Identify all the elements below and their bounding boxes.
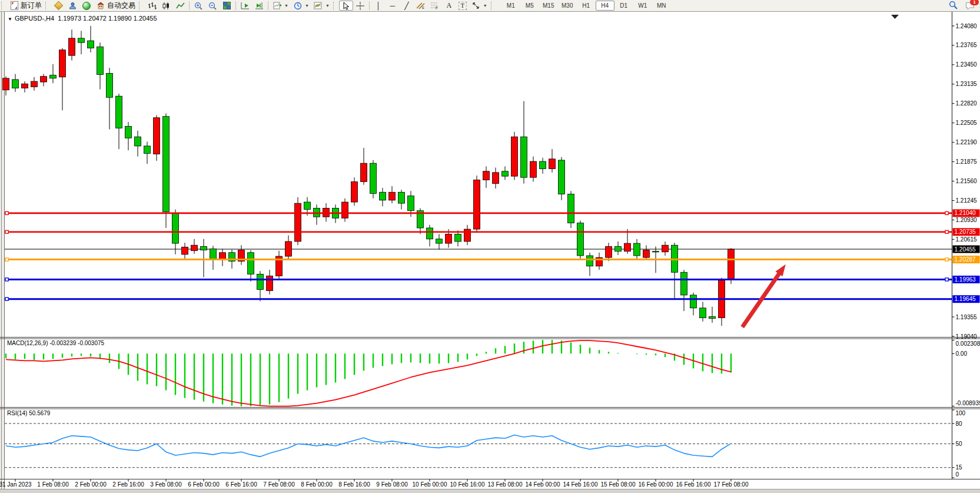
time-tick-label: 15 Feb 08:00 xyxy=(601,481,636,488)
bar-chart-button[interactable] xyxy=(145,1,159,11)
chart-shift-button[interactable] xyxy=(252,1,266,11)
price-tick: 1.23450 xyxy=(956,61,978,68)
time-tick-label: 17 Feb 08:00 xyxy=(714,481,749,488)
cursor-icon xyxy=(341,1,351,10)
chevron-down-icon: ▼ xyxy=(483,4,487,8)
macd-tick: 0.002308 xyxy=(956,340,980,347)
timeframe-M5[interactable]: M5 xyxy=(520,1,539,11)
text-icon: A xyxy=(444,1,454,10)
auto-scroll-button[interactable] xyxy=(238,1,252,11)
toolbar-grip[interactable] xyxy=(1,2,5,10)
search-icon[interactable] xyxy=(949,1,958,11)
macd-histogram xyxy=(6,340,731,406)
price-tick: 1.21245 xyxy=(956,197,978,204)
toolbar-grip[interactable] xyxy=(491,2,495,10)
crosshair-button[interactable] xyxy=(353,1,367,11)
vertical-line-button[interactable]: │ xyxy=(371,1,386,11)
notifications-button[interactable]: 1 xyxy=(965,2,975,10)
timeframe-W1[interactable]: W1 xyxy=(633,1,652,11)
bar-chart-icon xyxy=(147,1,157,10)
chevron-down-icon: ▼ xyxy=(305,4,309,8)
auto-scroll-icon xyxy=(240,1,250,10)
chart-ohlc: 1.19973 1.20472 1.19890 1.20455 xyxy=(58,15,157,22)
zoom-in-icon xyxy=(194,1,203,10)
zoom-out-button[interactable] xyxy=(205,1,220,11)
price-tick: 1.20930 xyxy=(956,217,978,223)
rsi-tick: 50 xyxy=(956,441,963,447)
time-tick-label: 8 Feb 16:00 xyxy=(338,481,370,488)
toolbar: 新订单 自动交易 xyxy=(0,0,980,12)
line-chart-button[interactable] xyxy=(173,1,187,11)
clock-icon xyxy=(293,1,303,10)
chart-shift-marker[interactable] xyxy=(891,15,899,19)
price-tick: 1.19355 xyxy=(956,314,978,320)
timeframe-H1[interactable]: H1 xyxy=(577,1,596,11)
community-button[interactable] xyxy=(65,1,79,11)
timeframe-M15[interactable]: M15 xyxy=(539,1,558,11)
text-label-button[interactable]: T xyxy=(456,1,469,11)
price-tick: 1.22820 xyxy=(956,100,978,107)
arrows-button[interactable]: ▼ xyxy=(469,1,490,11)
metaeditor-button[interactable] xyxy=(51,1,65,11)
toolbar-grip[interactable] xyxy=(139,2,143,10)
time-tick-label: 10 Feb 00:00 xyxy=(413,481,447,488)
templates-button[interactable]: ▼ xyxy=(311,1,332,11)
time-tick-label: 14 Feb 16:00 xyxy=(563,481,598,488)
rsi-indicator-label: RSI(14) 50.5679 xyxy=(7,410,50,416)
fibonacci-icon: F xyxy=(430,1,440,10)
trendline-button[interactable]: ╱ xyxy=(400,1,414,11)
new-order-button[interactable]: 新订单 xyxy=(7,1,44,11)
time-tick-label: 10 Feb 16:00 xyxy=(450,481,485,488)
time-tick-label: 16 Feb 16:00 xyxy=(676,481,711,488)
svg-text:1.20735: 1.20735 xyxy=(955,229,976,235)
trendline-icon: ╱ xyxy=(402,1,411,10)
new-chart-button[interactable]: ▼ xyxy=(270,1,291,11)
person-icon xyxy=(68,1,77,10)
autotrading-button[interactable]: 自动交易 xyxy=(94,1,138,11)
horizontal-line-button[interactable]: ─ xyxy=(386,1,400,11)
signals-button[interactable] xyxy=(79,1,94,11)
svg-text:1.20455: 1.20455 xyxy=(955,246,976,253)
toolbar-right: 1 xyxy=(949,1,975,11)
chart-title: ▼GBPUSD-,H4 1.19973 1.20472 1.19890 1.20… xyxy=(8,15,157,22)
timeframe-M1[interactable]: M1 xyxy=(501,1,520,11)
arrows-icon xyxy=(471,1,481,10)
crosshair-icon xyxy=(356,1,365,10)
svg-text:1.19963: 1.19963 xyxy=(955,276,976,283)
cursor-button[interactable] xyxy=(339,1,353,11)
tile-windows-button[interactable] xyxy=(220,1,234,11)
rsi-tick: 15 xyxy=(956,464,963,471)
macd-indicator-label: MACD(12,26,9) -0.003239 -0.003075 xyxy=(7,340,104,346)
equidistant-channel-button[interactable]: E xyxy=(414,1,428,11)
vertical-line-icon: │ xyxy=(374,1,383,10)
channel-icon: E xyxy=(416,1,426,10)
time-tick-label: 6 Feb 16:00 xyxy=(225,481,257,488)
price-tick: 1.20615 xyxy=(956,236,978,243)
time-tick-label: 7 Feb 08:00 xyxy=(263,481,295,488)
toolbar-grip[interactable] xyxy=(45,2,49,10)
chart-symbol: GBPUSD-,H4 xyxy=(15,15,54,22)
symbol-dropdown-icon[interactable]: ▼ xyxy=(8,16,12,22)
candlestick-chart-button[interactable] xyxy=(159,1,173,11)
new-chart-icon xyxy=(273,1,282,10)
periods-button[interactable]: ▼ xyxy=(291,1,311,11)
rsi-tick: 0 xyxy=(956,471,959,478)
timeframe-D1[interactable]: D1 xyxy=(614,1,633,11)
globe-icon xyxy=(82,1,91,10)
autotrading-label: 自动交易 xyxy=(107,1,135,11)
timeframe-MN[interactable]: MN xyxy=(652,1,671,11)
text-label-icon: T xyxy=(459,2,467,10)
time-tick-label: 8 Feb 00:00 xyxy=(301,481,333,488)
zoom-in-button[interactable] xyxy=(191,1,205,11)
svg-text:E: E xyxy=(422,6,424,9)
toolbar-grip[interactable] xyxy=(333,2,337,10)
text-button[interactable]: A xyxy=(442,1,456,11)
price-tick: 1.21875 xyxy=(956,158,978,165)
time-tick-label: 13 Feb 08:00 xyxy=(488,481,523,488)
price-tick: 1.19040 xyxy=(956,333,978,340)
timeframe-H4[interactable]: H4 xyxy=(596,1,614,11)
rsi-tick: 100 xyxy=(956,410,966,416)
fibonacci-button[interactable]: F xyxy=(428,1,442,11)
chart-canvas[interactable]: 1.240801.237651.234501.231351.228201.225… xyxy=(0,0,980,493)
timeframe-M30[interactable]: M30 xyxy=(558,1,577,11)
